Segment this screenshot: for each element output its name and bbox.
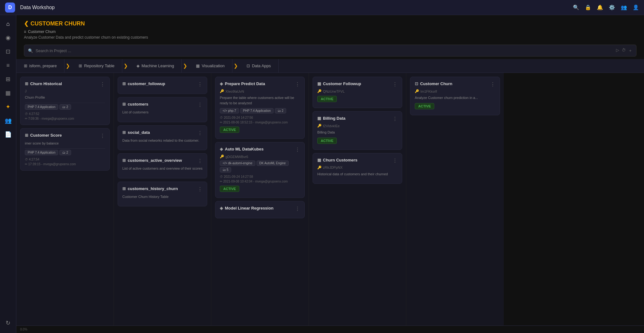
viz-icon3: ▦ — [317, 158, 321, 162]
key-icon2: 🔑 — [220, 155, 224, 159]
card-viz-cf-status: ACTIVE — [317, 96, 337, 102]
card-auto-ml[interactable]: ◈ Auto ML DataKubes ⋮ 🔑 gDGEMWBvr6 </> d… — [215, 142, 305, 198]
badge-count4: 🗂 5 — [220, 167, 231, 172]
table-icon5: ⊞ — [122, 130, 126, 135]
card-app-menu[interactable]: ⋮ — [490, 81, 495, 87]
card-customers[interactable]: ⊞ customers ⋮ List of customers — [118, 97, 207, 122]
card-customers-active-header: ⊞ customers_active_overview ⋮ — [122, 158, 203, 164]
card-prepare-predict[interactable]: ◈ Prepare Predict Data ⋮ 🔑 XIeo9IaUvN Pr… — [215, 77, 305, 139]
card-app-desc: Analyze Customer churn prediction in a..… — [415, 95, 495, 101]
card-auto-ml-header: ◈ Auto ML DataKubes ⋮ — [220, 147, 300, 153]
card-model-linear-title: ◈ Model Linear Regression — [220, 206, 274, 210]
card-prepare-predict-menu[interactable]: ⋮ — [295, 81, 300, 87]
card-app-title: ⊡ Customer Churn — [415, 81, 452, 86]
card-customers-menu[interactable]: ⋮ — [197, 102, 203, 108]
lock-icon[interactable]: 🔒 — [585, 4, 591, 10]
card-viz-cf-menu[interactable]: ⋮ — [392, 81, 397, 87]
card-churn-customers-desc: Historical data of customers and their c… — [317, 172, 397, 177]
ml-icon: ◈ — [220, 81, 223, 86]
card-customers-history[interactable]: ⊞ customers_history_churn ⋮ Customer Chu… — [118, 182, 207, 207]
card-customer-score-time1: ⏱ 4:27:54 — [25, 158, 105, 161]
sidebar-item-grid[interactable]: ⊞ — [2, 73, 14, 85]
pipeline-arrow-3: ❯ — [182, 59, 188, 73]
card-customers-header: ⊞ customers ⋮ — [122, 102, 203, 108]
card-viz-cf-title: ▦ Customer Followup — [317, 81, 361, 86]
card-customer-score-badges: PHP 7.4 Application 🗂 2 — [25, 150, 105, 156]
card-customer-followup-title: ⊞ customer_followup — [122, 81, 165, 86]
bell-icon[interactable]: 🔔 — [597, 4, 603, 10]
kanban-col-visualization: ▦ Customer Followup ⋮ 🔑 QNzUneTFVL ACTIV… — [309, 73, 406, 325]
sidebar-item-database[interactable]: ⊡ — [2, 45, 14, 58]
table-icon7: ⊞ — [122, 186, 126, 191]
card-social-data[interactable]: ⊞ social_data ⋮ Data from social network… — [118, 125, 207, 150]
app-icon: ⊡ — [415, 81, 418, 86]
user-avatar[interactable]: 👤 — [633, 4, 639, 10]
card-app-status: ACTIVE — [415, 103, 434, 109]
card-customer-churn-app[interactable]: ⊡ Customer Churn ⋮ 🔑 Im1FKksrlf Analyze … — [410, 77, 500, 115]
card-customer-score-menu[interactable]: ⋮ — [100, 133, 105, 139]
sidebar-item-users[interactable]: 👥 — [2, 114, 14, 127]
tab-transform[interactable]: ⊞ isform, prepare — [16, 59, 64, 73]
card-customer-score-title: ⊞ Customer Score — [25, 133, 62, 138]
status-bar: 0.0% — [16, 325, 644, 333]
tab-visualization[interactable]: ▦ Visualization — [188, 59, 232, 73]
sidebar-item-docs[interactable]: 📄 — [2, 128, 14, 141]
project-back-button[interactable]: ❮ CUSTOMER CHURN — [24, 20, 636, 27]
card-churn-historical[interactable]: ⊞ Churn Historical ⋮ J Churn Profile PHP… — [20, 77, 110, 125]
search-icon[interactable]: 🔍 — [573, 4, 579, 10]
card-churn-customers-title: ▦ Churn Customers — [317, 158, 358, 162]
card-customers-name: customers — [128, 102, 148, 106]
tab-dataapps[interactable]: ⊡ Data Apps — [239, 59, 279, 73]
team-icon[interactable]: 👥 — [621, 4, 627, 10]
layout: ⌂ ◉ ⊡ ≡ ⊞ ▦ ✦ 👥 📄 ↻ ❮ CUSTOMER CHURN ≡ C… — [0, 15, 644, 333]
add-icon[interactable]: ＋ — [628, 48, 632, 53]
card-customer-score[interactable]: ⊞ Customer Score ⋮ imer score by balance… — [20, 128, 110, 171]
run-icon[interactable]: ▷ — [616, 48, 619, 53]
card-churn-customers-menu[interactable]: ⋮ — [392, 158, 397, 164]
history-icon[interactable]: ⏱ — [622, 48, 626, 53]
card-customer-followup-menu[interactable]: ⋮ — [197, 81, 203, 87]
card-customers-history-title: ⊞ customers_history_churn — [122, 186, 178, 191]
card-prepare-predict-desc: Prepare the table where customers active… — [220, 95, 300, 106]
card-customers-active[interactable]: ⊞ customers_active_overview ⋮ List of ac… — [118, 153, 207, 178]
sidebar-item-refresh[interactable]: ↻ — [2, 317, 14, 329]
card-model-linear-menu[interactable]: ⋮ — [295, 206, 300, 212]
key-icon4: 🔑 — [317, 124, 322, 128]
tab-dataapps-icon: ⊡ — [247, 63, 250, 68]
sidebar-item-magic[interactable]: ✦ — [2, 101, 14, 113]
card-billing-menu[interactable]: ⋮ — [392, 116, 397, 122]
card-auto-ml-menu[interactable]: ⋮ — [295, 147, 300, 153]
card-churn-historical-menu[interactable]: ⋮ — [100, 81, 105, 87]
sidebar: ⌂ ◉ ⊡ ≡ ⊞ ▦ ✦ 👥 📄 ↻ — [0, 15, 16, 333]
tab-dataapps-label: Data Apps — [252, 63, 271, 68]
card-social-data-menu[interactable]: ⋮ — [197, 130, 203, 136]
kanban-board: ⊞ Churn Historical ⋮ J Churn Profile PHP… — [16, 73, 644, 325]
tab-repository[interactable]: ⊞ Repository Table — [71, 59, 122, 73]
search-input[interactable] — [36, 48, 613, 53]
search-prefix-icon: 🔍 — [28, 48, 33, 53]
sidebar-item-files[interactable]: ≡ — [2, 59, 14, 72]
sidebar-item-home[interactable]: ⌂ — [2, 18, 14, 30]
card-customer-score-name: Customer Score — [30, 133, 62, 138]
settings-icon[interactable]: ⚙️ — [609, 4, 615, 10]
card-customers-active-menu[interactable]: ⋮ — [197, 158, 203, 164]
table-icon6: ⊞ — [122, 158, 126, 163]
card-billing-data[interactable]: ▦ Billing Data ⋮ 🔑 I2VIdvkIEe Billing Da… — [313, 111, 402, 150]
tab-ml[interactable]: ◈ Machine Learning — [129, 59, 182, 73]
card-customer-followup[interactable]: ⊞ customer_followup ⋮ — [118, 77, 207, 94]
card-model-linear[interactable]: ◈ Model Linear Regression ⋮ — [215, 201, 305, 218]
card-viz-customer-followup[interactable]: ▦ Customer Followup ⋮ 🔑 QNzUneTFVL ACTIV… — [313, 77, 402, 108]
sidebar-item-chart[interactable]: ▦ — [2, 87, 14, 99]
badge-dk-automl: </> dk-automl-engine — [220, 161, 255, 166]
card-customers-active-desc: List of active customers and overview of… — [122, 166, 203, 171]
chevron-left-icon: ❮ — [24, 20, 29, 27]
card-churn-customers[interactable]: ▦ Churn Customers ⋮ 🔑 zRtrJDPpNX Histori… — [313, 153, 402, 184]
kanban-col-dataapps: ⊡ Customer Churn ⋮ 🔑 Im1FKksrlf Analyze … — [406, 73, 504, 325]
card-model-linear-name: Model Linear Regression — [225, 206, 274, 210]
card-customers-history-menu[interactable]: ⋮ — [197, 186, 203, 192]
card-viz-cf-name: Customer Followup — [323, 81, 361, 86]
search-bar-actions: ▷ ⏱ ＋ — [616, 48, 632, 53]
sidebar-item-analytics[interactable]: ◉ — [2, 31, 14, 44]
key-icon3: 🔑 — [317, 89, 322, 93]
card-churn-historical-profile: Churn Profile — [25, 95, 105, 100]
